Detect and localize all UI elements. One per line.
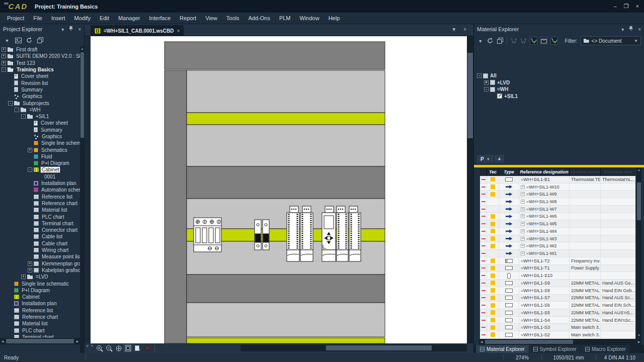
tree-item-cable-list[interactable]: Cable list — [0, 233, 80, 240]
scroll-right-icon[interactable]: ▶ — [636, 339, 641, 344]
refresh-icon[interactable] — [487, 37, 494, 45]
tree-item-summary[interactable]: Summary — [0, 86, 80, 93]
page-preview-icon[interactable] — [133, 344, 142, 352]
scroll-down-icon[interactable]: ▼ — [636, 333, 641, 338]
marquee-zoom-icon[interactable] — [86, 344, 94, 352]
scroll-right-icon[interactable]: ▶ — [75, 339, 80, 344]
tree-item-wh[interactable]: -=WH — [0, 107, 80, 113]
table-row-wh-sil1-w3[interactable]: +=WH+SIL1-W3 — [480, 235, 635, 243]
tree-item-connector-chart[interactable]: Connector chart — [0, 227, 80, 233]
menu-item-tools[interactable]: Tools — [222, 14, 244, 23]
expander-icon[interactable]: + — [521, 185, 525, 189]
checkbox[interactable] — [490, 87, 495, 92]
material-tree-item-sil1[interactable]: +SIL1 — [477, 93, 628, 100]
expander-icon[interactable]: - — [28, 167, 32, 172]
expander-icon[interactable]: + — [521, 229, 525, 233]
status-page-format[interactable]: 4 DIN A4 1:10 — [596, 353, 644, 362]
table-row-wh-sil1-w9[interactable]: +=WH+SIL1-W9 — [480, 191, 635, 198]
ref-cell[interactable]: =WH+SIL1-B1 — [519, 176, 570, 183]
menu-item-edit[interactable]: Edit — [96, 14, 113, 23]
ref-cell[interactable]: =WH+SIL1-S10 — [519, 272, 570, 279]
tree-item-first-draft[interactable]: +First draft — [0, 46, 80, 53]
column-header-type[interactable]: Type — [499, 167, 519, 176]
project-tree-vscrollbar[interactable]: ▲ ▼ — [80, 46, 85, 360]
zoom-in-icon[interactable] — [95, 344, 104, 352]
expander-icon[interactable]: + — [28, 268, 32, 273]
expander-icon[interactable]: + — [2, 47, 6, 52]
expander-icon[interactable]: + — [521, 251, 525, 255]
tree-item-0001[interactable]: 0001 — [0, 173, 80, 180]
tree-item-summary[interactable]: Summary — [0, 127, 80, 133]
tree-item-material-list[interactable]: Material list — [0, 207, 80, 213]
table-row-wh-sil1-w10[interactable]: +=WH+SIL1-W10 — [480, 184, 635, 191]
hscroll-thumb[interactable] — [6, 339, 74, 343]
tec-cell[interactable] — [487, 250, 499, 257]
material-tree-item-wh[interactable]: -=WH — [477, 86, 628, 93]
tab-group-close-icon[interactable]: × — [463, 27, 466, 32]
expander-icon[interactable]: + — [521, 200, 525, 204]
table-row-wh-sil1-s3[interactable]: =WH+SIL1-S3Main switch 3... — [480, 324, 635, 331]
table-row-wh-sil1-w8[interactable]: +=WH+SIL1-W8 — [480, 198, 635, 206]
tec-cell[interactable] — [487, 265, 499, 272]
tree-item-wiring-chart[interactable]: Wiring chart — [0, 247, 80, 253]
ref-cell[interactable]: +=WH+SIL1-W6 — [519, 213, 570, 220]
menu-item-manager[interactable]: Manager — [114, 14, 144, 23]
filter-dropdown[interactable]: <> Document ▼ — [581, 36, 641, 45]
table-row-wh-sil1-s7[interactable]: =WH+SIL1-S722MM METAL...Hand AUS Sc... — [480, 295, 635, 302]
pin-icon[interactable] — [629, 26, 633, 32]
material-tree-item-all[interactable]: -All — [477, 72, 628, 79]
expander-icon[interactable]: - — [477, 73, 481, 78]
zoom-window-icon[interactable] — [124, 344, 132, 352]
tree-item-klemmenplan-grafisch[interactable]: +Klemmenplan grafisch — [0, 260, 80, 267]
add-material-icon[interactable] — [520, 37, 527, 45]
tec-cell[interactable] — [487, 242, 499, 249]
ref-cell[interactable]: =WH+SIL1-S9 — [519, 280, 570, 287]
expander-icon[interactable]: - — [2, 67, 6, 72]
ref-cell[interactable]: +=WH+SIL1-W5 — [519, 220, 570, 227]
close-panel-icon[interactable]: × — [78, 27, 81, 32]
panel-menu-icon[interactable]: ▾ — [621, 27, 624, 32]
tree-item-graphics[interactable]: Graphics — [0, 133, 80, 140]
tree-item-cabinet[interactable]: -Cabinet — [0, 166, 80, 173]
table-hscroll-thumb[interactable] — [485, 340, 573, 344]
tec-cell[interactable] — [487, 220, 499, 227]
tec-cell[interactable] — [487, 331, 499, 338]
table-row-wh-sil1-w4[interactable]: +=WH+SIL1-W4 — [480, 228, 635, 235]
table-row-wh-sil1-b1[interactable]: =WH+SIL1-B1Thermostat TE...Thermostat'nL… — [480, 176, 635, 184]
expander-icon[interactable]: + — [521, 192, 525, 196]
bottom-tab-symbol-explorer[interactable]: Symbol Explorer — [529, 345, 581, 353]
checked-cart-icon[interactable] — [550, 37, 558, 45]
expander-icon[interactable]: + — [28, 148, 32, 152]
tec-cell[interactable] — [487, 198, 499, 205]
menu-item-report[interactable]: Report — [176, 14, 200, 23]
table-row-wh-sil1-s4[interactable]: =WH+SIL1-S422MM METAL...Hand EIN'nSc... — [480, 317, 635, 324]
tree-item-p-i-diagram[interactable]: P+I Diagram — [0, 160, 80, 166]
canvas-vscrollbar[interactable] — [467, 36, 473, 343]
table-row-wh-sil1-s8[interactable]: =WH+SIL1-S822MM METAL...Hand EIN Geb... — [480, 287, 635, 295]
tec-cell[interactable] — [487, 302, 499, 309]
tree-item-suite-demo-2020-v2-0-sheet-meta[interactable]: +SUITE DEMO 2020 V2.0 : Sheet meta — [0, 53, 80, 59]
material-tree-item-lvd[interactable]: ++LVD — [477, 79, 628, 86]
tree-item-test-123[interactable]: +Test 123 — [0, 60, 80, 66]
column-header-tec[interactable]: Tec — [487, 167, 499, 176]
expander-icon[interactable]: + — [521, 244, 525, 248]
tree-item-p-i-diagram[interactable]: P+I Diagram — [0, 287, 80, 294]
material-explorer-header[interactable]: Material Explorer ▾ × — [474, 24, 644, 34]
tec-cell[interactable] — [487, 228, 499, 235]
pin-icon[interactable] — [69, 26, 73, 32]
table-row-wh-sil1-w5[interactable]: +=WH+SIL1-W5 — [480, 220, 635, 228]
ref-cell[interactable]: +=WH+SIL1-W1 — [519, 250, 570, 257]
menu-item-insert[interactable]: Insert — [47, 14, 69, 23]
column-header-reference-designation[interactable]: Reference designation — [519, 167, 570, 176]
close-panel-icon[interactable]: × — [638, 27, 641, 32]
column-header-blank[interactable] — [480, 167, 487, 176]
tree-item-cabinet[interactable]: Cabinet — [0, 294, 80, 300]
tec-cell[interactable] — [487, 176, 499, 183]
menu-item-help[interactable]: Help — [325, 14, 344, 23]
expander-icon[interactable]: + — [2, 61, 6, 65]
menu-item-window[interactable]: Window — [296, 14, 324, 23]
tec-cell[interactable] — [487, 272, 499, 279]
expander-icon[interactable]: + — [521, 222, 525, 226]
table-row-wh-sil1-w6[interactable]: +=WH+SIL1-W6 — [480, 213, 635, 221]
tree-item-single-line-schematic[interactable]: Single line schematic — [0, 140, 80, 146]
